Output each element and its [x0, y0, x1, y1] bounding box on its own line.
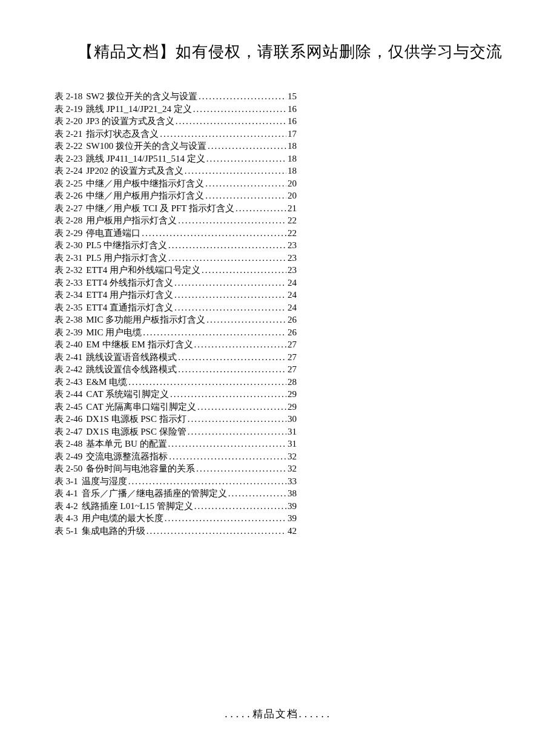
toc-title: DX1S 电源板 PSC 指示灯	[86, 413, 186, 426]
toc-leader-dots	[234, 202, 286, 215]
toc-title: 中继／用户板 TCI 及 PFT 指示灯含义	[86, 202, 234, 215]
toc-page-number: 31	[286, 426, 297, 438]
toc-row: 表 2-35ETT4 直通指示灯含义24	[54, 301, 297, 314]
toc-label: 表 2-18	[54, 90, 86, 103]
toc-leader-dots	[142, 326, 286, 339]
toc-leader-dots	[192, 103, 286, 116]
toc-row: 表 2-18SW2 拨位开关的含义与设置15	[54, 90, 297, 103]
toc-leader-dots	[177, 214, 286, 227]
toc-title: 跳线 JP411_14/JP511_514 定义	[86, 153, 205, 165]
toc-label: 表 2-41	[54, 351, 86, 364]
toc-leader-dots	[186, 413, 286, 426]
toc-row: 表 2-38MIC 多功能用户板指示灯含义26	[54, 314, 297, 326]
toc-title: 跳线设置语音线路模式	[86, 351, 177, 364]
toc-title: 中继／用户板用户指示灯含义	[86, 189, 204, 202]
toc-title: PL5 用户指示灯含义	[86, 252, 167, 265]
toc-label: 表 2-31	[54, 252, 86, 265]
toc-label: 表 2-29	[54, 227, 86, 240]
toc-label: 表 2-25	[54, 177, 86, 190]
toc-page-number: 42	[286, 525, 297, 537]
toc-page-number: 29	[286, 401, 297, 413]
toc-label: 表 2-34	[54, 289, 86, 301]
toc-label: 表 2-33	[54, 277, 86, 289]
toc-row: 表 2-30PL5 中继指示灯含义23	[54, 239, 297, 252]
toc-title: ETT4 外线指示灯含义	[86, 277, 173, 289]
toc-row: 表 2-47DX1S 电源板 PSC 保险管31	[54, 426, 297, 438]
toc-row: 表 2-34ETT4 用户指示灯含义24	[54, 289, 297, 301]
toc-title: 基本单元 BU 的配置	[86, 438, 166, 450]
toc-label: 表 4-1	[54, 487, 82, 500]
footer-dots-left: .....	[225, 708, 252, 720]
toc-label: 表 3-1	[54, 475, 82, 488]
toc-page-number: 22	[286, 214, 297, 227]
toc-label: 表 2-38	[54, 314, 86, 326]
toc-row: 表 2-22SW100 拨位开关的含义与设置18	[54, 140, 297, 153]
toc-title: CAT 系统端引脚定义	[86, 388, 169, 401]
toc-label: 表 2-47	[54, 426, 86, 438]
toc-title: 跳线 JP11_14/JP21_24 定义	[86, 103, 191, 116]
toc-title: SW2 拨位开关的含义与设置	[86, 90, 197, 103]
toc-page-number: 24	[286, 289, 297, 301]
toc-page-number: 32	[286, 450, 297, 463]
toc-page-number: 20	[286, 189, 297, 202]
toc-leader-dots	[174, 115, 286, 128]
toc-row: 表 2-48 基本单元 BU 的配置31	[54, 438, 297, 450]
toc-label: 表 5-1	[54, 525, 82, 537]
toc-title: E&M 电缆	[86, 376, 127, 389]
toc-title: 跳线设置信令线路模式	[86, 363, 177, 376]
toc-leader-dots	[127, 475, 286, 488]
toc-label: 表 2-21	[54, 128, 86, 140]
toc-row: 表 2-50 备份时间与电池容量的关系32	[54, 462, 297, 475]
toc-page-number: 29	[286, 388, 297, 401]
toc-leader-dots	[167, 438, 286, 450]
toc-leader-dots	[193, 500, 286, 513]
toc-page-number: 23	[286, 264, 297, 277]
toc-leader-dots	[169, 388, 286, 401]
toc-leader-dots	[177, 363, 286, 376]
toc-label: 表 2-24	[54, 165, 86, 177]
toc-page-number: 18	[286, 140, 297, 153]
toc-page-number: 16	[286, 115, 297, 128]
toc-page-number: 32	[286, 462, 297, 475]
toc-row: 表 2-27中继／用户板 TCI 及 PFT 指示灯含义21	[54, 202, 297, 215]
toc-page-number: 22	[286, 227, 297, 240]
toc-leader-dots	[173, 277, 286, 289]
toc-title: MIC 多功能用户板指示灯含义	[86, 314, 205, 326]
page-footer: .....精品文档......	[0, 707, 557, 721]
toc-row: 表 2-29 停电直通端口22	[54, 227, 297, 240]
toc-label: 表 2-44	[54, 388, 86, 401]
toc-row: 表 2-49 交流电源整流器指标32	[54, 450, 297, 463]
toc-leader-dots	[206, 140, 286, 153]
toc-title: 音乐／广播／继电器插座的管脚定义	[82, 487, 227, 500]
toc-row: 表 2-40EM 中继板 EM 指示灯含义27	[54, 338, 297, 351]
toc-page-number: 24	[286, 301, 297, 314]
toc-row: 表 4-2 线路插座 L01~L15 管脚定义39	[54, 500, 297, 513]
toc-row: 表 2-32ETT4 用户和外线端口号定义23	[54, 264, 297, 277]
toc-page-number: 38	[286, 487, 297, 500]
toc-label: 表 2-19	[54, 103, 86, 116]
toc-page-number: 23	[286, 239, 297, 252]
toc-title: 指示灯状态及含义	[86, 128, 159, 140]
toc-row: 表 2-26中继／用户板用户指示灯含义20	[54, 189, 297, 202]
toc-row: 表 2-46DX1S 电源板 PSC 指示灯30	[54, 413, 297, 426]
toc-label: 表 2-39	[54, 326, 86, 339]
toc-leader-dots	[197, 90, 286, 103]
toc-page-number: 17	[286, 128, 297, 140]
toc-title: 中继／用户板中继指示灯含义	[86, 177, 204, 190]
toc-leader-dots	[186, 426, 286, 438]
footer-dots-right: ......	[298, 708, 332, 720]
page: 【精品文档】如有侵权，请联系网站删除，仅供学习与交流 表 2-18SW2 拨位开…	[0, 0, 557, 756]
toc-page-number: 27	[286, 338, 297, 351]
toc-leader-dots	[159, 128, 286, 140]
toc-leader-dots	[177, 351, 286, 364]
toc-page-number: 27	[286, 363, 297, 376]
toc-title: PL5 中继指示灯含义	[86, 239, 167, 252]
toc-title: 用户电缆的最大长度	[82, 512, 163, 525]
toc-leader-dots	[173, 289, 286, 301]
toc-label: 表 2-49	[54, 450, 86, 463]
toc-title: EM 中继板 EM 指示灯含义	[86, 338, 193, 351]
toc-leader-dots	[205, 314, 286, 326]
toc-page-number: 24	[286, 277, 297, 289]
toc-leader-dots	[127, 376, 286, 389]
toc-leader-dots	[167, 252, 286, 265]
